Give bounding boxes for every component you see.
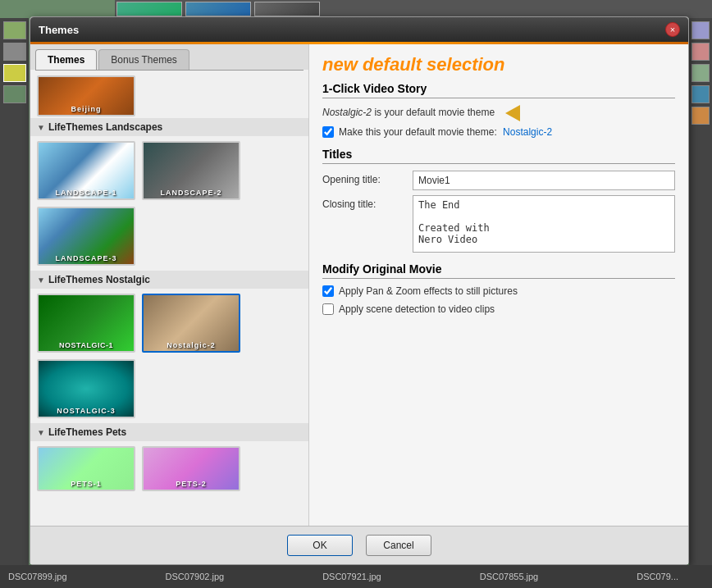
section-landscapes-label: LifeThemes Landscapes	[48, 121, 162, 133]
default-theme-text: Nostalgic-2 is your default movie theme	[322, 107, 497, 118]
one-click-section-title: 1-Click Video Story	[322, 82, 675, 98]
landscapes-grid: LANDSCAPE-1 LANDSCAPE-2 LANDSCAPE-3	[30, 136, 308, 271]
landscape1-label: LANDSCAPE-1	[39, 189, 134, 197]
collapse-arrow-nostalgic: ▼	[37, 276, 45, 285]
arrow-indicator	[505, 105, 520, 121]
theme-thumb-nostalgic1[interactable]: NOSTALGIC-1	[37, 294, 135, 353]
pets2-label: PETS-2	[144, 480, 239, 488]
landscape2-label: LANDSCAPE-2	[144, 189, 239, 197]
right-thumb	[691, 107, 710, 125]
theme-thumb-landscape1[interactable]: LANDSCAPE-1	[37, 141, 135, 200]
default-theme-link[interactable]: Nostalgic-2	[503, 126, 552, 138]
right-thumb	[691, 85, 710, 103]
right-thumb	[691, 21, 710, 39]
theme-thumb-landscape2[interactable]: LANDSCAPE-2	[142, 141, 240, 200]
default-checkbox-row: Make this your default movie theme: Nost…	[322, 126, 675, 138]
bottom-file-bar: DSC07899.jpg DSC07902.jpg DSC07921.jpg D…	[0, 565, 712, 588]
pets1-label: PETS-1	[39, 480, 134, 488]
default-theme-name: Nostalgic-2	[322, 107, 372, 118]
titles-section-title: Titles	[322, 148, 675, 164]
theme-list[interactable]: Beijing ▼ LifeThemes Landscapes LANDSCAP…	[30, 71, 308, 526]
left-strip	[0, 18, 29, 565]
dialog-title: Themes	[39, 24, 79, 36]
theme-thumb-pets1[interactable]: PETS-1	[37, 446, 135, 491]
closing-title-input[interactable]: The End Created with Nero Video	[413, 195, 675, 253]
file-1: DSC07899.jpg	[8, 572, 67, 581]
opening-title-label: Opening title:	[322, 171, 413, 185]
right-panel: new default selection 1-Click Video Stor…	[309, 44, 688, 526]
theme-panel: Themes Bonus Themes Beijing ▼ LifeThemes…	[30, 44, 309, 526]
bg-thumb	[254, 2, 320, 16]
nostalgic3-label: NOSTALGIC-3	[39, 407, 134, 415]
pan-zoom-label: Apply Pan & Zoom effects to still pictur…	[339, 285, 518, 297]
cancel-button[interactable]: Cancel	[366, 535, 431, 556]
pan-zoom-row: Apply Pan & Zoom effects to still pictur…	[322, 285, 675, 297]
right-strip	[689, 18, 712, 565]
theme-thumb-nostalgic2[interactable]: Nostalgic-2	[142, 294, 240, 353]
annotation-text: new default selection	[322, 54, 675, 75]
beijing-label: Beijing	[39, 105, 134, 113]
pets-grid: PETS-1 PETS-2	[30, 441, 308, 496]
themes-dialog: Themes × Themes Bonus Themes Beijing	[30, 16, 689, 565]
left-thumb	[3, 21, 26, 39]
tabs-bar: Themes Bonus Themes	[30, 44, 308, 70]
file-4: DSC07855.jpg	[480, 572, 539, 581]
tab-bonus-themes[interactable]: Bonus Themes	[98, 49, 189, 70]
beijing-grid: Beijing	[30, 74, 308, 118]
nostalgic-grid: NOSTALGIC-1 Nostalgic-2 NOSTALGIC-3	[30, 289, 308, 423]
titles-section: Titles Opening title: Closing title: The…	[322, 148, 675, 253]
left-thumb-active	[3, 64, 26, 82]
default-theme-label: Make this your default movie theme: Nost…	[339, 126, 552, 138]
opening-title-row: Opening title:	[322, 171, 675, 190]
close-button[interactable]: ×	[665, 22, 680, 37]
dialog-body: Themes Bonus Themes Beijing ▼ LifeThemes…	[30, 44, 688, 526]
nostalgic1-label: NOSTALGIC-1	[39, 341, 134, 349]
section-nostalgic-label: LifeThemes Nostalgic	[48, 274, 150, 285]
landscape3-label: LANDSCAPE-3	[39, 254, 134, 262]
collapse-arrow-pets: ▼	[37, 428, 45, 437]
modify-section-title: Modify Original Movie	[322, 262, 675, 279]
bg-thumb	[116, 2, 182, 16]
closing-title-row: Closing title: The End Created with Nero…	[322, 195, 675, 253]
file-5: DSC079...	[637, 572, 678, 581]
dialog-footer: OK Cancel	[30, 526, 688, 564]
section-pets-label: LifeThemes Pets	[48, 426, 126, 438]
default-theme-suffix: is your default movie theme	[374, 107, 495, 118]
left-thumb	[3, 43, 26, 61]
file-2: DSC07902.jpg	[166, 572, 225, 581]
right-thumb	[691, 64, 710, 82]
scene-detect-checkbox[interactable]	[322, 303, 334, 315]
left-thumb	[3, 85, 26, 103]
default-theme-checkbox[interactable]	[322, 126, 334, 138]
dialog-titlebar: Themes ×	[30, 17, 688, 42]
checkbox-label-text: Make this your default movie theme:	[339, 126, 497, 138]
theme-thumb-landscape3[interactable]: LANDSCAPE-3	[37, 207, 135, 266]
right-thumb	[691, 43, 710, 61]
default-theme-info: Nostalgic-2 is your default movie theme	[322, 105, 675, 121]
section-landscapes[interactable]: ▼ LifeThemes Landscapes	[30, 118, 308, 136]
theme-thumb-beijing[interactable]: Beijing	[37, 75, 135, 116]
scene-detect-label: Apply scene detection to video clips	[339, 303, 495, 315]
section-pets[interactable]: ▼ LifeThemes Pets	[30, 423, 308, 441]
theme-thumb-nostalgic3[interactable]: NOSTALGIC-3	[37, 359, 135, 418]
bg-top-bar	[115, 0, 712, 18]
scene-detection-row: Apply scene detection to video clips	[322, 303, 675, 315]
pan-zoom-checkbox[interactable]	[322, 285, 334, 297]
nostalgic2-label: Nostalgic-2	[144, 341, 239, 349]
section-nostalgic[interactable]: ▼ LifeThemes Nostalgic	[30, 271, 308, 289]
tab-themes[interactable]: Themes	[35, 49, 97, 70]
file-3: DSC07921.jpg	[322, 572, 381, 581]
closing-title-label: Closing title:	[322, 195, 413, 210]
ok-button[interactable]: OK	[287, 535, 353, 556]
theme-thumb-pets2[interactable]: PETS-2	[142, 446, 240, 491]
bg-thumb	[185, 2, 251, 16]
opening-title-input[interactable]	[413, 171, 675, 190]
modify-section: Modify Original Movie Apply Pan & Zoom e…	[322, 262, 675, 315]
collapse-arrow-landscapes: ▼	[37, 123, 45, 132]
